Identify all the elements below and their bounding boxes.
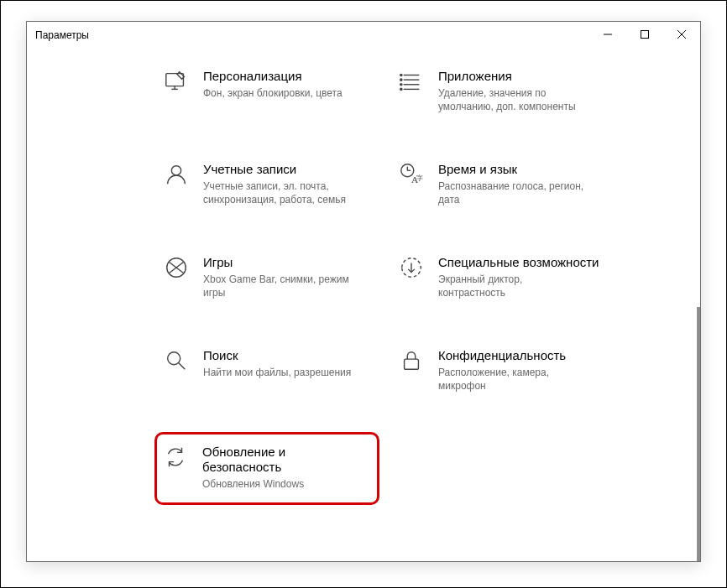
tile-desc: Экранный диктор, контрастность — [438, 273, 589, 299]
svg-text:字: 字 — [416, 174, 423, 182]
svg-rect-1 — [641, 31, 649, 39]
svg-point-11 — [400, 74, 402, 75]
gaming-icon — [163, 255, 190, 282]
svg-rect-4 — [166, 74, 184, 86]
accounts-icon — [163, 162, 190, 189]
tile-title: Конфиденциальность — [438, 348, 589, 364]
tile-desc: Xbox Game Bar, снимки, режим игры — [203, 273, 354, 299]
tile-title: Поиск — [203, 348, 351, 364]
tile-apps[interactable]: Приложения Удаление, значения по умолчан… — [396, 65, 615, 117]
tile-title: Персонализация — [203, 69, 343, 85]
settings-content: Персонализация Фон, экран блокировки, цв… — [27, 47, 700, 561]
maximize-button[interactable] — [626, 22, 663, 47]
tile-title: Игры — [203, 255, 354, 271]
tile-title: Специальные возможности — [438, 255, 599, 271]
tile-title: Приложения — [438, 69, 589, 85]
svg-rect-27 — [405, 360, 419, 370]
tile-accessibility[interactable]: Специальные возможности Экранный диктор,… — [396, 252, 615, 303]
title-bar: Параметры — [27, 22, 700, 47]
tile-desc: Фон, экран блокировки, цвета — [203, 86, 343, 100]
tile-search[interactable]: Поиск Найти мои файлы, разрешения — [161, 345, 379, 396]
privacy-icon — [398, 348, 425, 375]
settings-window: Параметры Пер — [26, 21, 701, 562]
close-button[interactable] — [663, 22, 700, 47]
accessibility-icon — [398, 255, 425, 282]
tile-personalization[interactable]: Персонализация Фон, экран блокировки, цв… — [161, 65, 379, 117]
tile-gaming[interactable]: Игры Xbox Game Bar, снимки, режим игры — [161, 252, 379, 303]
minimize-button[interactable] — [589, 22, 626, 47]
tile-title: Время и язык — [438, 162, 589, 178]
tile-desc: Найти мои файлы, разрешения — [203, 366, 351, 379]
tile-update-security[interactable]: Обновление и безопасность Обновления Win… — [162, 445, 360, 492]
update-icon — [162, 445, 189, 471]
svg-point-14 — [400, 88, 402, 90]
tile-desc: Распознавание голоса, регион, дата — [438, 180, 589, 206]
window-controls — [589, 22, 700, 47]
tile-desc: Учетные записи, эл. почта, синхронизация… — [203, 180, 354, 206]
tile-accounts[interactable]: Учетные записи Учетные записи, эл. почта… — [161, 159, 379, 210]
search-icon — [163, 348, 190, 375]
tile-desc: Удаление, значения по умолчанию, доп. ко… — [438, 86, 589, 113]
tile-desc: Расположение, камера, микрофон — [438, 366, 589, 393]
svg-point-13 — [400, 84, 402, 86]
svg-point-25 — [168, 352, 180, 365]
window-title: Параметры — [35, 28, 89, 41]
time-language-icon: A字 — [398, 162, 425, 189]
apps-icon — [398, 69, 425, 96]
svg-line-26 — [179, 363, 186, 370]
tile-desc: Обновления Windows — [202, 477, 353, 491]
tile-privacy[interactable]: Конфиденциальность Расположение, камера,… — [396, 345, 615, 396]
scrollbar-thumb[interactable] — [697, 307, 700, 561]
svg-point-12 — [400, 79, 402, 81]
highlight-box: Обновление и безопасность Обновления Win… — [154, 432, 379, 506]
personalization-icon — [163, 69, 190, 96]
tile-title: Обновление и безопасность — [202, 445, 360, 476]
tile-time-language[interactable]: A字 Время и язык Распознавание голоса, ре… — [396, 159, 615, 210]
svg-point-15 — [171, 166, 180, 175]
tile-title: Учетные записи — [203, 162, 354, 178]
